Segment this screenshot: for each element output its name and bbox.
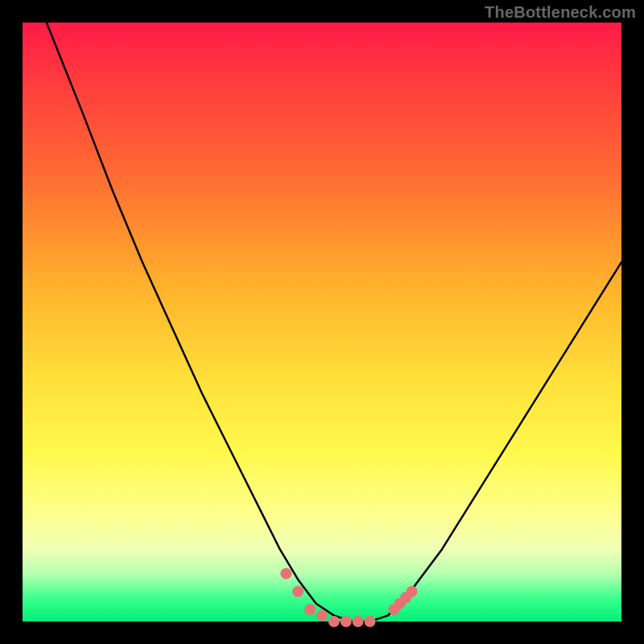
highlight-dot	[353, 616, 364, 627]
highlight-dot	[292, 586, 303, 597]
highlight-dot	[328, 616, 340, 627]
highlight-dots	[280, 568, 417, 628]
highlight-dot	[316, 610, 328, 621]
highlight-dot	[280, 568, 291, 580]
bottleneck-curve	[47, 23, 621, 621]
highlight-dot	[365, 616, 376, 627]
attribution-text: TheBottleneck.com	[485, 3, 636, 22]
highlight-dot	[341, 616, 352, 627]
curve-layer	[23, 23, 621, 621]
highlight-dot	[407, 586, 418, 597]
highlight-dot	[304, 604, 316, 615]
